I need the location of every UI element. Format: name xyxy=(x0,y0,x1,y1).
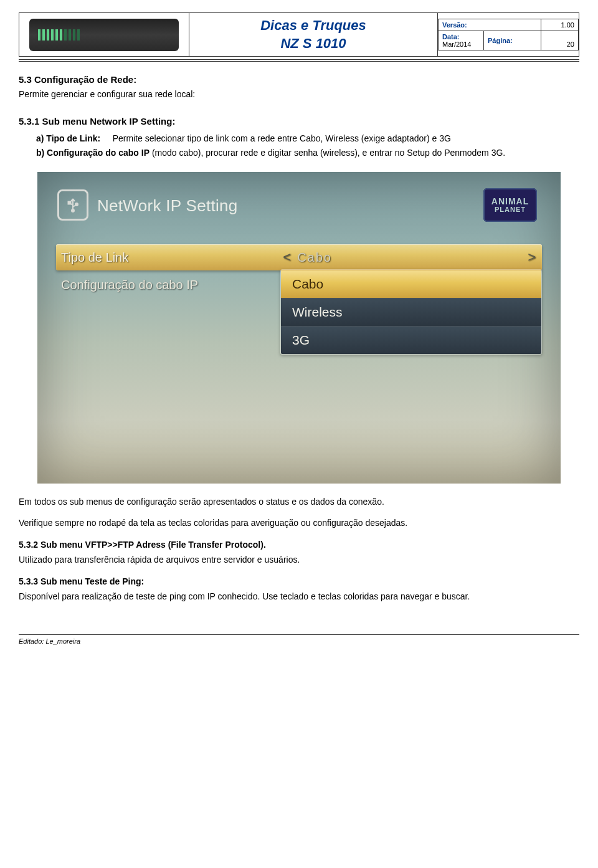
footer-text: Editado: Le_moreira xyxy=(19,637,579,645)
tv-dropdown[interactable]: Cabo Wireless 3G xyxy=(280,269,542,355)
text-5-3-intro: Permite gerenciar e configurar sua rede … xyxy=(19,88,579,101)
tv-row-value: Cabo xyxy=(297,249,521,266)
li-a-text: Permite selecionar tipo de link com a re… xyxy=(113,133,451,143)
meta-versao-value: 1.00 xyxy=(541,19,578,31)
heading-5-3-1: 5.3.1 Sub menu Network IP Setting: xyxy=(19,115,579,128)
list-item-a: a) Tipo de Link: Permite selecionar tipo… xyxy=(36,133,579,145)
meta-data-value: Mar/2014 xyxy=(442,41,471,48)
li-a-label: a) Tipo de Link: xyxy=(36,133,100,143)
tv-option-wireless[interactable]: Wireless xyxy=(281,298,541,326)
tv-screen-title: NetWork IP Setting xyxy=(97,194,238,217)
divider xyxy=(19,59,579,60)
usb-icon xyxy=(57,189,88,221)
tv-row-label: Tipo de Link xyxy=(56,249,277,266)
tv-option-3g[interactable]: 3G xyxy=(281,326,541,354)
chevron-right-icon[interactable]: > xyxy=(521,248,542,267)
svg-point-0 xyxy=(72,209,74,212)
meta-data-label: Data: xyxy=(442,33,460,41)
text-after-2: Verifique sempre no rodapé da tela as te… xyxy=(19,517,579,530)
doc-meta: Versão: 1.00 Data: Mar/2014 Página: 20 xyxy=(438,19,579,50)
chevron-left-icon[interactable]: < xyxy=(277,248,297,267)
heading-5-3-2: 5.3.2 Sub menu VFTP>>FTP Adress (File Tr… xyxy=(19,539,579,551)
footer-divider xyxy=(19,634,579,635)
tv-row-tipo-link[interactable]: Tipo de Link < Cabo > xyxy=(56,244,542,270)
tv-row2-label: Configuração do cabo IP xyxy=(61,276,198,293)
li-b-text: (modo cabo), procurar rede e digitar sen… xyxy=(150,148,505,158)
meta-pagina-label: Página: xyxy=(484,31,541,50)
doc-title-line1: Dicas e Truques xyxy=(260,17,366,33)
device-image-cell xyxy=(19,13,189,57)
meta-versao-label: Versão: xyxy=(439,19,541,31)
logo-line2: PLANET xyxy=(495,206,526,214)
tv-screenshot: NetWork IP Setting ANIMAL PLANET Tipo de… xyxy=(37,172,561,484)
page-header: Dicas e Truques NZ S 1010 Versão: 1.00 D… xyxy=(19,12,579,57)
heading-5-3-3: 5.3.3 Sub menu Teste de Ping: xyxy=(19,576,579,588)
svg-rect-1 xyxy=(69,201,71,204)
device-illustration xyxy=(29,19,179,51)
divider xyxy=(19,61,579,62)
tv-option-cabo[interactable]: Cabo xyxy=(281,270,541,298)
li-b-label: b) Configuração do cabo IP xyxy=(36,148,150,158)
text-5-3-2: Utilizado para transferência rápida de a… xyxy=(19,554,579,566)
doc-title-line2: NZ S 1010 xyxy=(280,36,346,51)
heading-5-3: 5.3 Configuração de Rede: xyxy=(19,73,579,86)
text-after-1: Em todos os sub menus de configuração se… xyxy=(19,496,579,508)
svg-point-2 xyxy=(75,203,78,206)
channel-logo: ANIMAL PLANET xyxy=(483,188,537,222)
logo-line1: ANIMAL xyxy=(491,197,529,206)
list-item-b: b) Configuração do cabo IP (modo cabo), … xyxy=(36,147,579,160)
meta-pagina-value: 20 xyxy=(541,31,578,50)
text-5-3-3: Disponível para realização de teste de p… xyxy=(19,591,579,603)
doc-title: Dicas e Truques NZ S 1010 xyxy=(189,13,438,57)
